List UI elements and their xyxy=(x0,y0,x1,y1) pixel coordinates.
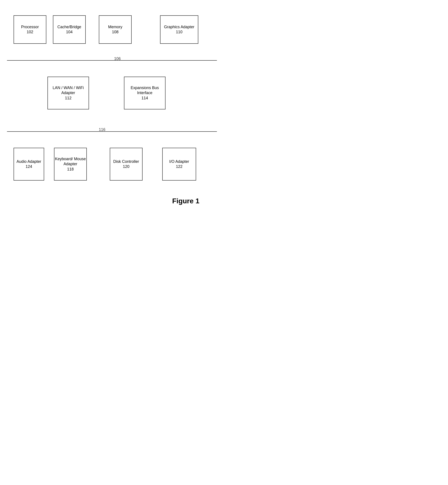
graphics-number: 110 xyxy=(176,30,182,35)
lan-wan-number: 112 xyxy=(65,96,72,101)
io-adapter-box: I/O Adapter 122 xyxy=(162,148,196,181)
keyboard-mouse-box: Keyboard/ Mouse Adapter 118 xyxy=(54,148,87,181)
memory-box: Memory 108 xyxy=(99,15,132,44)
processor-label: Processor xyxy=(21,25,39,30)
bus-106-label: 106 xyxy=(114,57,121,61)
processor-box: Processor 102 xyxy=(14,15,46,44)
graphics-label: Graphics Adapter xyxy=(164,25,194,30)
expansion-bus-label: Expansions Bus Interface xyxy=(124,85,165,96)
cache-bridge-number: 104 xyxy=(66,30,72,35)
keyboard-number: 118 xyxy=(67,167,74,172)
figure-caption: Figure 1 xyxy=(7,197,217,205)
memory-number: 108 xyxy=(112,30,119,35)
cache-bridge-box: Cache/Bridge 104 xyxy=(53,15,86,44)
io-adapter-number: 122 xyxy=(176,164,182,169)
lan-wan-box: LAN / WAN / WiFi Adapter 112 xyxy=(48,77,89,109)
audio-number: 124 xyxy=(26,164,32,169)
disk-number: 120 xyxy=(123,164,129,169)
expansion-bus-number: 114 xyxy=(142,96,148,101)
diagram-container: Processor 102 Cache/Bridge 104 Memory 10… xyxy=(7,9,217,205)
keyboard-label: Keyboard/ Mouse Adapter xyxy=(55,156,86,167)
bus-116-line xyxy=(7,131,217,132)
bus-116-label: 116 xyxy=(99,127,105,132)
disk-label: Disk Controller xyxy=(113,159,139,164)
processor-number: 102 xyxy=(27,30,33,35)
graphics-adapter-box: Graphics Adapter 110 xyxy=(160,15,198,44)
cache-bridge-label: Cache/Bridge xyxy=(57,25,81,30)
audio-label: Audio Adapter xyxy=(16,159,41,164)
disk-controller-box: Disk Controller 120 xyxy=(110,148,143,181)
bus-106-line xyxy=(7,60,217,61)
io-adapter-label: I/O Adapter xyxy=(169,159,189,164)
expansion-bus-box: Expansions Bus Interface 114 xyxy=(124,77,166,109)
lan-wan-label: LAN / WAN / WiFi Adapter xyxy=(48,85,88,96)
audio-adapter-box: Audio Adapter 124 xyxy=(14,148,44,181)
memory-label: Memory xyxy=(108,25,122,30)
